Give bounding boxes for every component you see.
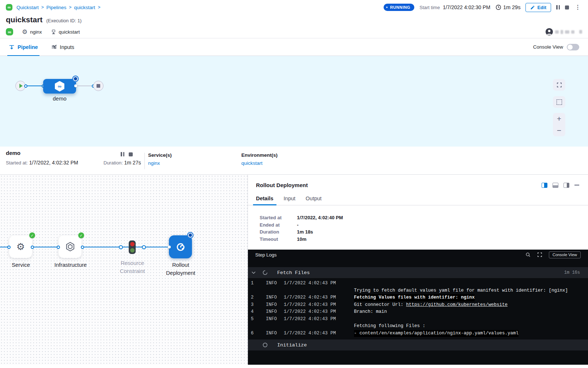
- pause-pipeline-icon[interactable]: [556, 5, 560, 10]
- canvas-zoom-controls: + −: [553, 113, 565, 136]
- environment-link[interactable]: quickstart: [241, 160, 278, 166]
- step-node-resource-constraint[interactable]: [129, 240, 136, 254]
- step-details-table: Started at 1/7/2022, 4:02:40 PM Ended at…: [248, 205, 588, 250]
- log-console[interactable]: Fetch Files 1m 16s 1INFO1/7/2022 4:02:43…: [248, 260, 588, 365]
- environments-label: Environment(s): [241, 152, 278, 158]
- canvas-fullscreen-button[interactable]: [553, 79, 565, 91]
- success-check-badge: ✓: [78, 232, 84, 238]
- log-link[interactable]: https://github.com/kubernetes/website: [406, 301, 508, 309]
- rollout-deployment-icon: [175, 241, 186, 253]
- log-line: 4INFO1/7/2022 4:02:43 PMBranch: main: [248, 308, 588, 316]
- fullscreen-icon: [557, 82, 562, 88]
- fullscreen-icon[interactable]: [537, 252, 542, 257]
- port: [7, 246, 11, 249]
- detail-row: Timeout 10m: [260, 236, 578, 243]
- port: [24, 84, 27, 88]
- running-spinner-badge: [188, 233, 193, 238]
- port: [168, 246, 171, 249]
- step-node-service[interactable]: ⚙: [9, 235, 32, 258]
- breadcrumb-link-pipeline[interactable]: quickstart: [74, 5, 95, 10]
- pause-stage-icon[interactable]: [121, 152, 124, 156]
- breadcrumb-separator: >: [69, 5, 72, 10]
- stop-pipeline-icon[interactable]: [565, 5, 569, 10]
- layout-right-panel-icon[interactable]: [542, 183, 547, 188]
- step-logs-title: Step Logs: [255, 252, 277, 258]
- breadcrumb-link-quickstart[interactable]: Quickstart: [16, 5, 39, 10]
- breadcrumb-link-pipelines[interactable]: Pipelines: [46, 5, 67, 10]
- log-line: 3INFO1/7/2022 4:02:43 PMGit connector Ur…: [248, 301, 588, 309]
- loading-spinner-icon: [263, 270, 268, 275]
- start-time-label: Start time: [419, 5, 440, 10]
- stage-label: demo: [53, 95, 67, 102]
- marquee-icon: [557, 99, 562, 105]
- step-node-infrastructure[interactable]: [59, 235, 82, 258]
- log-section-initialize[interactable]: Initialize: [248, 339, 588, 350]
- canvas-select-button[interactable]: [553, 96, 565, 108]
- pipeline-canvas[interactable]: ∞ demo + −: [0, 56, 588, 147]
- stop-stage-icon[interactable]: [129, 152, 133, 156]
- environment-icon: [51, 29, 56, 35]
- redacted-text: [565, 30, 569, 34]
- log-section-name: Initialize: [277, 342, 307, 348]
- start-time-value: 1/7/2022 4:02:30 PM: [443, 4, 490, 10]
- tab-input[interactable]: Input: [284, 192, 295, 205]
- detail-row: Ended at -: [260, 221, 578, 229]
- stage-node-demo[interactable]: ∞: [43, 79, 76, 94]
- log-line: 1INFO1/7/2022 4:02:43 PM: [248, 280, 588, 287]
- service-link[interactable]: nginx: [148, 160, 172, 166]
- step-label-infrastructure: Infrastructure: [54, 261, 87, 269]
- environment-meta[interactable]: quickstart: [51, 29, 80, 35]
- pipeline-icon: [9, 44, 15, 50]
- breadcrumb-separator: >: [41, 5, 44, 10]
- cd-stage-icon: ∞: [55, 81, 64, 92]
- zoom-in-button[interactable]: +: [553, 113, 565, 124]
- log-line: Fetching following Files :: [248, 323, 588, 330]
- detail-row: Started at 1/7/2022, 4:02:40 PM: [260, 214, 578, 221]
- pipeline-end-node[interactable]: [93, 81, 103, 91]
- tab-details[interactable]: Details: [256, 192, 274, 205]
- redacted-text: [571, 30, 574, 34]
- kebab-menu-icon[interactable]: ⋮: [574, 4, 581, 10]
- tab-inputs[interactable]: Inputs: [51, 38, 75, 56]
- edit-button[interactable]: Edit: [525, 3, 551, 12]
- services-label: Service(s): [148, 152, 172, 158]
- minimize-panel-icon[interactable]: [574, 185, 579, 186]
- service-meta[interactable]: ⚙ nginx: [22, 29, 42, 35]
- redacted-text: [561, 30, 563, 34]
- play-icon: [19, 84, 23, 88]
- log-section-name: Fetch Files: [277, 270, 310, 276]
- step-label-rollout-deployment: Rollout Deployment: [166, 261, 195, 277]
- port: [74, 84, 77, 87]
- duration-value: 1m 27s: [124, 160, 141, 166]
- gear-icon: ⚙: [22, 29, 27, 35]
- port: [119, 245, 123, 249]
- stage-name: demo: [6, 150, 20, 156]
- step-panel-title: Rollout Deployment: [256, 182, 308, 188]
- page-title: quickstart: [6, 15, 42, 24]
- log-line: 2INFO1/7/2022 4:02:43 PMFetching Values …: [248, 294, 588, 301]
- traffic-light-green: [130, 248, 135, 253]
- service-name: nginx: [30, 29, 42, 35]
- duration-label: Duration:: [103, 160, 123, 166]
- redacted-text: [579, 30, 582, 34]
- log-section-fetch-files[interactable]: Fetch Files 1m 16s: [248, 267, 588, 278]
- breadcrumb: ∞ Quickstart > Pipelines > quickstart >: [6, 4, 100, 11]
- elapsed-time: 1m 29s: [495, 4, 521, 10]
- started-at-label: Started at:: [6, 160, 28, 166]
- layout-bottom-panel-icon[interactable]: [553, 183, 558, 188]
- execution-canvas[interactable]: ⚙ ✓ Service ✓ Infrastructure Resource Co…: [0, 175, 588, 365]
- avatar[interactable]: [545, 28, 553, 36]
- step-label-service: Service: [12, 261, 30, 269]
- zoom-out-button[interactable]: −: [553, 125, 565, 136]
- console-view-button[interactable]: Console View: [549, 251, 581, 258]
- step-node-rollout-deployment[interactable]: [169, 235, 192, 258]
- execution-id: (Execution ID: 1): [46, 18, 82, 23]
- layout-minimized-panel-icon[interactable]: [564, 183, 569, 188]
- port: [57, 246, 60, 249]
- tab-output[interactable]: Output: [306, 192, 322, 205]
- log-line: 5INFO1/7/2022 4:02:43 PM: [248, 316, 588, 323]
- search-icon[interactable]: [525, 252, 531, 257]
- port: [31, 246, 34, 249]
- console-view-toggle[interactable]: [567, 44, 579, 50]
- tab-pipeline[interactable]: Pipeline: [9, 38, 38, 56]
